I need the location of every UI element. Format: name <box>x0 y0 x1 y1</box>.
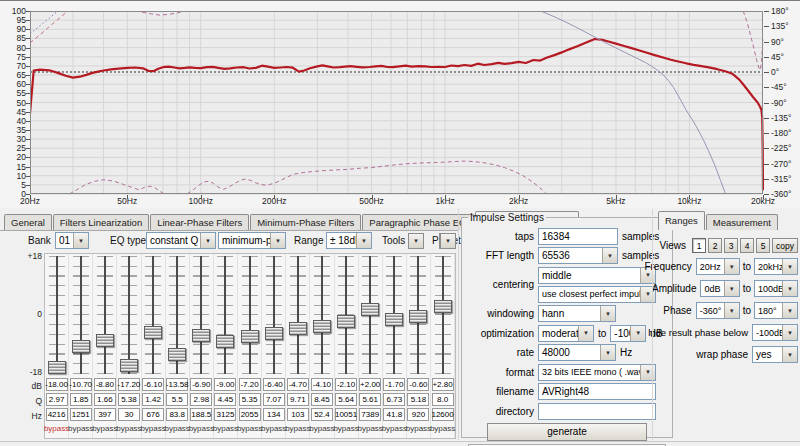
slider-knob[interactable] <box>96 334 114 347</box>
slider-track[interactable] <box>200 256 202 374</box>
slider-knob[interactable] <box>434 300 452 313</box>
gain-value-box[interactable]: -8.80 <box>94 378 116 391</box>
slider-knob[interactable] <box>216 335 234 348</box>
gain-slider[interactable] <box>335 254 358 376</box>
view-button-copy[interactable]: copy <box>772 238 798 253</box>
bypass-button[interactable]: bypass <box>140 424 165 433</box>
freq-value-box[interactable]: 7389 <box>359 408 381 421</box>
gain-value-box[interactable]: -4.70 <box>287 378 309 391</box>
gain-value-box[interactable]: -9.00 <box>214 378 236 391</box>
frequency-to-select[interactable]: 20kHz▼ <box>754 258 798 275</box>
slider-track[interactable] <box>321 256 323 374</box>
gain-slider[interactable] <box>45 254 68 376</box>
slider-knob[interactable] <box>48 361 66 374</box>
gain-slider[interactable] <box>431 254 454 376</box>
freq-value-box[interactable]: 30 <box>118 408 140 421</box>
slider-track[interactable] <box>224 256 226 374</box>
gain-slider[interactable] <box>359 254 382 376</box>
slider-knob[interactable] <box>409 310 427 323</box>
slider-knob[interactable] <box>361 303 379 316</box>
gain-value-box[interactable]: +2.80 <box>432 378 454 391</box>
gain-slider[interactable] <box>383 254 406 376</box>
slider-track[interactable] <box>80 256 82 374</box>
gain-slider[interactable] <box>166 254 189 376</box>
q-value-box[interactable]: 5.38 <box>118 393 140 406</box>
directory-input[interactable] <box>538 403 656 420</box>
view-button-1[interactable]: 1 <box>692 238 706 253</box>
gain-value-box[interactable]: -6.90 <box>190 378 212 391</box>
tab-minimum-phase-filters[interactable]: Minimum-Phase Filters <box>250 214 361 230</box>
gain-slider[interactable] <box>117 254 140 376</box>
slider-knob[interactable] <box>168 348 186 361</box>
gain-slider[interactable] <box>407 254 430 376</box>
gain-slider[interactable] <box>142 254 165 376</box>
slider-track[interactable] <box>273 256 275 374</box>
phase-from-select[interactable]: -360°▼ <box>696 302 740 319</box>
bypass-button[interactable]: bypass <box>213 424 238 433</box>
bypass-button[interactable]: bypass <box>382 424 407 433</box>
tools-dropdown[interactable]: ▼ <box>408 233 424 249</box>
bypass-button[interactable]: bypass <box>261 424 286 433</box>
filename-input[interactable] <box>538 383 656 400</box>
frequency-from-select[interactable]: 20Hz▼ <box>696 258 740 275</box>
gain-value-box[interactable]: -18.00 <box>46 378 68 391</box>
tab-ranges[interactable]: Ranges <box>658 211 705 230</box>
slider-knob[interactable] <box>289 322 307 335</box>
gain-slider[interactable] <box>190 254 213 376</box>
slider-track[interactable] <box>249 256 251 374</box>
optimization-select[interactable]: moderate▼ <box>538 325 594 342</box>
gain-value-box[interactable]: -10.70 <box>70 378 92 391</box>
q-value-box[interactable]: 8.0 <box>432 393 454 406</box>
bypass-button[interactable]: bypass <box>189 424 214 433</box>
view-button-2[interactable]: 2 <box>708 238 722 253</box>
view-button-3[interactable]: 3 <box>724 238 738 253</box>
slider-knob[interactable] <box>265 327 283 340</box>
tab-linear-phase-filters[interactable]: Linear-Phase Filters <box>150 214 249 230</box>
amplitude-from-select[interactable]: 0dB▼ <box>700 280 739 297</box>
q-value-box[interactable]: 6.73 <box>383 393 405 406</box>
gain-slider[interactable] <box>238 254 261 376</box>
optimization-db-select[interactable]: -100▼ <box>610 325 646 342</box>
q-value-box[interactable]: 5.61 <box>359 393 381 406</box>
gain-value-box[interactable]: -1.70 <box>383 378 405 391</box>
freq-value-box[interactable]: 920 <box>407 408 429 421</box>
freq-value-box[interactable]: 83.8 <box>166 408 188 421</box>
freq-value-box[interactable]: 1251 <box>70 408 92 421</box>
bank-select[interactable]: 01▼ <box>55 232 89 249</box>
slider-knob[interactable] <box>144 326 162 339</box>
freq-value-box[interactable]: 103 <box>287 408 309 421</box>
gain-slider[interactable] <box>286 254 309 376</box>
tab-measurement[interactable]: Measurement <box>706 214 778 230</box>
freq-value-box[interactable]: 4216 <box>46 408 68 421</box>
format-select[interactable]: 32 bits IEEE mono ( .wav)▼ <box>538 364 656 381</box>
freq-value-box[interactable]: 2055 <box>239 408 261 421</box>
tab-filters-linearization[interactable]: Filters Linearization <box>53 214 149 230</box>
gain-slider[interactable] <box>310 254 333 376</box>
bypass-button[interactable]: bypass <box>237 424 262 433</box>
slider-track[interactable] <box>442 256 444 374</box>
tab-paragraphic-phase-eq[interactable]: Paragraphic Phase EQ <box>362 214 473 230</box>
gain-slider[interactable] <box>69 254 92 376</box>
freq-value-box[interactable]: 10051 <box>335 408 357 421</box>
bypass-button[interactable]: bypass <box>309 424 334 433</box>
freq-value-box[interactable]: 41.8 <box>383 408 405 421</box>
windowing-select[interactable]: hann▼ <box>538 305 616 322</box>
eq-type-select[interactable]: constant Q▼ <box>146 232 216 249</box>
bypass-button[interactable]: bypass <box>358 424 383 433</box>
slider-knob[interactable] <box>337 315 355 328</box>
gain-value-box[interactable]: -2.10 <box>335 378 357 391</box>
gain-value-box[interactable]: -4.10 <box>311 378 333 391</box>
slider-knob[interactable] <box>313 320 331 333</box>
q-value-box[interactable]: 2.98 <box>190 393 212 406</box>
centering-select[interactable]: middle▼ <box>538 267 656 284</box>
q-value-box[interactable]: 8.45 <box>311 393 333 406</box>
gain-value-box[interactable]: -7.20 <box>239 378 261 391</box>
gain-value-box[interactable]: +2.00 <box>359 378 381 391</box>
presets-dropdown-button[interactable]: ▼ <box>440 233 456 249</box>
phase-to-select[interactable]: 180°▼ <box>754 302 798 319</box>
view-button-5[interactable]: 5 <box>756 238 770 253</box>
slider-knob[interactable] <box>385 313 403 326</box>
bypass-button[interactable]: bypass <box>430 424 455 433</box>
slider-knob[interactable] <box>72 340 90 353</box>
freq-value-box[interactable]: 52.4 <box>311 408 333 421</box>
